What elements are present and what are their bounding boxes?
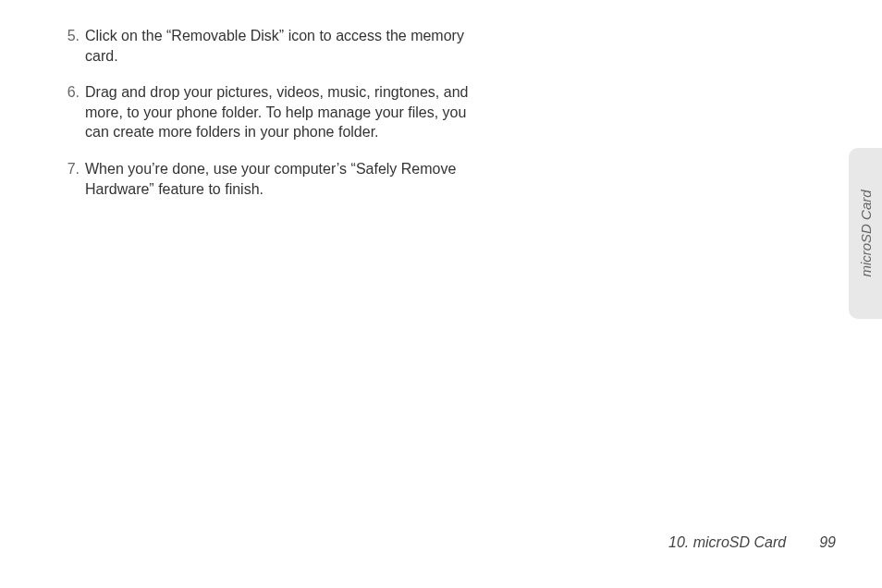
list-item: 6. Drag and drop your pictures, videos, … xyxy=(63,82,470,142)
side-tab-label: microSD Card xyxy=(858,190,874,276)
instruction-list: 5. Click on the “Removable Disk” icon to… xyxy=(63,26,470,215)
list-item: 5. Click on the “Removable Disk” icon to… xyxy=(63,26,470,66)
list-text: Drag and drop your pictures, videos, mus… xyxy=(85,82,470,142)
list-item: 7. When you’re done, use your computer’s… xyxy=(63,159,470,199)
list-text: When you’re done, use your computer’s “S… xyxy=(85,159,470,199)
page-footer: 10. microSD Card 99 xyxy=(668,534,836,551)
footer-page-number: 99 xyxy=(819,534,836,551)
side-tab: microSD Card xyxy=(849,148,882,319)
list-number: 5. xyxy=(63,26,85,66)
list-text: Click on the “Removable Disk” icon to ac… xyxy=(85,26,470,66)
list-number: 7. xyxy=(63,159,85,199)
footer-section: 10. microSD Card xyxy=(668,534,786,551)
list-number: 6. xyxy=(63,82,85,142)
